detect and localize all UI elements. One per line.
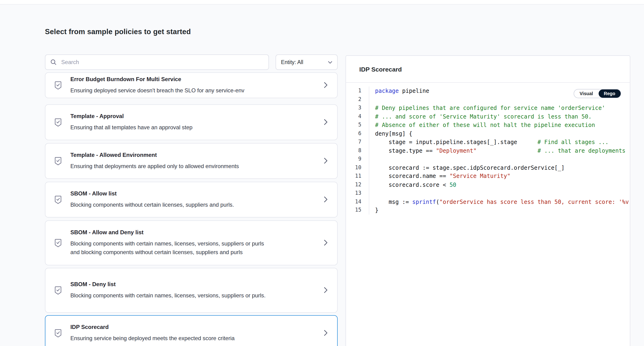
entity-filter-label: Entity: All xyxy=(281,59,303,65)
policy-check-icon xyxy=(54,118,62,127)
top-divider xyxy=(0,0,644,5)
code-line: 12 scorecard.score < 50 xyxy=(346,180,630,189)
panel-title: IDP Scorecard xyxy=(346,56,630,83)
chevron-right-icon xyxy=(324,82,328,88)
policy-check-icon xyxy=(54,329,62,338)
policy-title: Template - Allowed Environment xyxy=(70,151,319,158)
line-number: 7 xyxy=(346,138,369,146)
visual-rego-toggle: Visual Rego xyxy=(574,89,621,98)
policy-check-icon xyxy=(54,156,62,166)
policy-description: Ensuring that deployments are applied on… xyxy=(70,162,271,170)
chevron-right-icon xyxy=(324,196,328,203)
entity-filter-select[interactable]: Entity: All xyxy=(276,54,338,70)
code-line: 13 xyxy=(346,189,630,197)
policy-description: Ensuring service being deployed meets th… xyxy=(70,334,271,343)
policy-card-idp-scorecard[interactable]: IDP Scorecard Ensuring service being dep… xyxy=(45,315,338,346)
policy-title: SBOM - Allow list xyxy=(70,190,319,197)
code-line: 6deny[msg] { xyxy=(346,129,630,137)
policy-card-error-budget-burndown[interactable]: Error Budget Burndown For Multi Service … xyxy=(45,72,338,98)
policy-card-template-approval[interactable]: Template - Approval Ensuring that all te… xyxy=(45,104,338,140)
line-number: 15 xyxy=(346,206,369,214)
policy-samples-page: Select from sample policies to get start… xyxy=(0,0,644,346)
line-number: 5 xyxy=(346,121,369,129)
chevron-right-icon xyxy=(324,119,328,126)
line-number: 12 xyxy=(346,180,369,189)
line-number: 2 xyxy=(346,95,369,103)
policy-check-icon xyxy=(54,286,62,295)
search-input[interactable] xyxy=(60,59,264,66)
line-number: 8 xyxy=(346,146,369,155)
line-number: 1 xyxy=(346,86,369,95)
chevron-right-icon xyxy=(324,287,328,293)
code-line: 7 stage = input.pipeline.stages[_].stage… xyxy=(346,138,630,146)
policy-card-sbom-deny-list[interactable]: SBOM - Deny list Blocking components wit… xyxy=(45,268,338,313)
page-title: Select from sample policies to get start… xyxy=(45,27,191,36)
policy-description: Ensuring that all templates have an appr… xyxy=(70,123,271,132)
policy-title: SBOM - Deny list xyxy=(70,281,319,288)
line-number: 10 xyxy=(346,163,369,172)
code-line: 14 msg := sprintf("orderService has scor… xyxy=(346,197,630,206)
toggle-visual[interactable]: Visual xyxy=(574,89,598,98)
policy-description: Blocking components without certain lice… xyxy=(70,200,271,209)
line-number: 11 xyxy=(346,172,369,180)
line-number: 9 xyxy=(346,155,369,163)
policy-card-sbom-allow-list[interactable]: SBOM - Allow list Blocking components wi… xyxy=(45,182,338,217)
code-line: 5# Absence of either of these will not h… xyxy=(346,121,630,129)
policy-title: IDP Scorecard xyxy=(70,324,319,330)
code-line: 9 xyxy=(346,155,630,163)
policy-title: Error Budget Burndown For Multi Service xyxy=(70,76,319,82)
chevron-right-icon xyxy=(324,240,328,246)
policy-card-list: Error Budget Burndown For Multi Service … xyxy=(45,72,338,346)
code-line: 3# Deny pipelines that are configured fo… xyxy=(346,104,630,112)
policy-detail-panel: IDP Scorecard Visual Rego 1package pipel… xyxy=(346,55,630,346)
code-line: 8 stage.type == "Deployment" # ... that … xyxy=(346,146,630,155)
chevron-right-icon xyxy=(324,158,328,164)
policy-title: Template - Approval xyxy=(70,113,319,119)
line-number: 6 xyxy=(346,129,369,137)
policy-title: SBOM - Allow and Deny list xyxy=(70,229,319,236)
code-line: 11 scorecard.name == "Service Maturity" xyxy=(346,172,630,180)
policy-list-column: Entity: All xyxy=(45,54,338,346)
policy-check-icon xyxy=(54,195,62,204)
list-controls: Entity: All xyxy=(45,54,338,70)
code-lines: 1package pipeline23# Deny pipelines that… xyxy=(346,86,630,214)
toggle-rego[interactable]: Rego xyxy=(598,89,620,98)
policy-check-icon xyxy=(54,238,62,247)
line-number: 3 xyxy=(346,104,369,112)
policy-description: Ensuring deployed service doesn't breach… xyxy=(70,86,271,94)
chevron-right-icon xyxy=(324,330,328,337)
code-line: 10 scorecard := stage.spec.idpScorecard.… xyxy=(346,163,630,172)
search-icon xyxy=(50,59,57,65)
policy-description: Blocking components with certain names, … xyxy=(70,239,271,257)
policy-description: Blocking components with certain names, … xyxy=(70,291,271,300)
chevron-down-icon xyxy=(328,61,332,64)
policy-card-template-allowed-environment[interactable]: Template - Allowed Environment Ensuring … xyxy=(45,143,338,179)
code-editor[interactable]: 1package pipeline23# Deny pipelines that… xyxy=(346,83,630,214)
code-line: 4# ... and score of 'Service Maturity' s… xyxy=(346,112,630,120)
code-line: 15} xyxy=(346,206,630,214)
line-number: 13 xyxy=(346,189,369,197)
search-box xyxy=(45,54,269,70)
line-number: 4 xyxy=(346,112,369,120)
policy-check-icon xyxy=(54,81,62,90)
main-area: Select from sample policies to get start… xyxy=(0,5,644,346)
policy-card-sbom-allow-and-deny-list[interactable]: SBOM - Allow and Deny list Blocking comp… xyxy=(45,220,338,265)
line-number: 14 xyxy=(346,197,369,206)
